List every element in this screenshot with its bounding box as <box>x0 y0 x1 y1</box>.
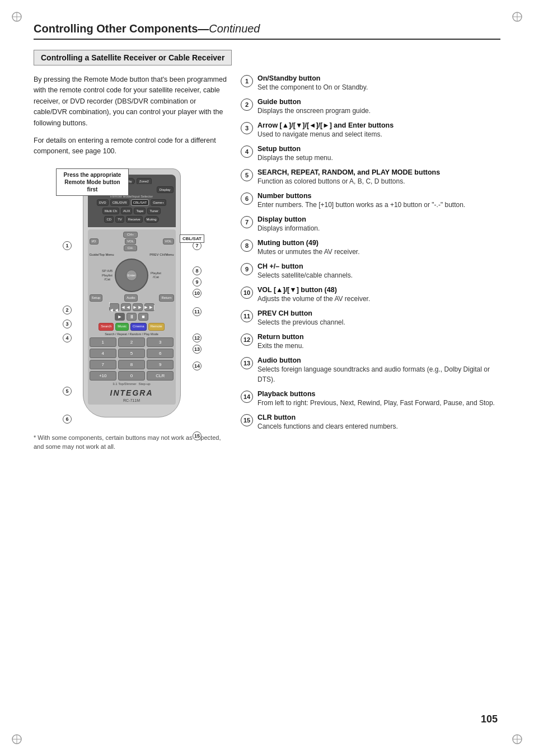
callout-num-11: 11 <box>193 307 202 316</box>
btn-display: Display <box>157 186 174 193</box>
btn-8: 8 <box>118 360 145 369</box>
item-num-10: 10 <box>241 287 253 299</box>
item-row-6: 6 Number buttons Enter numbers. The [+10… <box>241 192 500 210</box>
callout-num-15: 15 <box>193 431 202 440</box>
label-search-row: Search / Repeat / Random / Play Mode <box>90 332 174 336</box>
callout-num-13: 13 <box>193 345 202 354</box>
item-row-5: 5 SEARCH, REPEAT, RANDOM, and PLAY MODE … <box>241 168 500 186</box>
callout-num-5: 5 <box>63 387 72 396</box>
item-row-7: 7 Display button Displays information. <box>241 215 500 233</box>
btn-7: 7 <box>90 360 116 369</box>
remote-row-modes: Search Music Cinema Remote <box>90 323 174 330</box>
btn-dvd: DVD <box>97 199 109 206</box>
item-row-8: 8 Muting button (49) Mutes or unmutes th… <box>241 239 500 257</box>
item-desc-14: From left to right: Previous, Next, Rewi… <box>257 398 500 408</box>
cbl-sat-label: CBL/SAT <box>180 234 204 243</box>
remote-body: On/Standby Zone2 Display Remote Mode/Inp… <box>83 168 181 417</box>
bottom-row: 3.1 Top/Dimmer Step-up <box>90 382 174 386</box>
remote-row-mode3: CD TV Receive Muting <box>90 216 174 223</box>
item-title-1: On/Standby button <box>257 74 500 82</box>
btn-clr: CLR <box>147 371 174 381</box>
callout-num-8: 8 <box>193 266 202 275</box>
item-desc-1: Set the component to On or Standby. <box>257 82 500 92</box>
intro-paragraph-1: By pressing the Remote Mode button that'… <box>34 74 229 129</box>
btn-audio: Audio <box>124 294 137 302</box>
item-num-5: 5 <box>241 169 253 181</box>
item-content-1: On/Standby button Set the component to O… <box>257 74 500 92</box>
btn-game-plus: Game+ <box>151 199 166 206</box>
callout-num-4: 4 <box>63 334 72 342</box>
item-row-11: 11 PREV CH button Selects the previous c… <box>241 309 500 327</box>
item-num-14: 14 <box>241 391 253 403</box>
remote-row-vol: I/O CH+ VOL CH- VOL <box>90 232 174 252</box>
item-content-2: Guide button Displays the onscreen progr… <box>257 98 500 116</box>
btn-0: 0 <box>118 371 145 381</box>
nav-circle-container: SP A/BPlaylist/Cat Enter Playlist/Cat <box>90 259 174 292</box>
btn-return: Return <box>159 294 174 302</box>
label-playlist-cat: Playlist/Cat <box>151 271 161 279</box>
btn-vol-right: VOL <box>163 238 174 245</box>
intro-paragraph-2: For details on entering a remote control… <box>34 135 229 157</box>
footnote-text: * With some components, certain buttons … <box>34 429 229 452</box>
title-text: Controlling Other Components <box>34 22 198 35</box>
btn-1: 1 <box>90 337 116 347</box>
item-desc-4: Displays the setup menu. <box>257 153 500 163</box>
btn-prev-track: |◄◄ <box>109 303 119 311</box>
callout-num-12: 12 <box>193 334 202 342</box>
btn-cinema: Cinema <box>130 323 147 330</box>
btn-tape: Tape <box>134 208 146 214</box>
item-title-2: Guide button <box>257 98 500 106</box>
item-desc-13: Selects foreign language soundtracks and… <box>257 364 500 384</box>
item-row-13: 13 Audio button Selects foreign language… <box>241 356 500 384</box>
item-desc-11: Selects the previous channel. <box>257 317 500 327</box>
btn-next-track: ►►| <box>144 303 154 311</box>
item-row-12: 12 Return button Exits the menu. <box>241 333 500 351</box>
item-desc-7: Displays information. <box>257 223 500 233</box>
item-title-3: Arrow [▲]/[▼]/[◄]/[►] and Enter buttons <box>257 121 500 129</box>
callout-num-9: 9 <box>193 278 202 287</box>
right-column: 1 On/Standby button Set the component to… <box>241 74 500 437</box>
btn-5: 5 <box>118 349 145 358</box>
item-content-3: Arrow [▲]/[▼]/[◄]/[►] and Enter buttons … <box>257 121 500 139</box>
item-num-4: 4 <box>241 145 253 158</box>
numpad: 1 2 3 4 5 6 7 8 9 +10 0 CLR <box>90 337 174 381</box>
btn-fwd: ►► <box>133 303 143 311</box>
btn-ch-plus: CH+ <box>123 232 138 238</box>
section-title: Controlling a Satellite Receiver or Cabl… <box>41 53 224 62</box>
remote-row-guide: Guide/Top Menu PREV CH/Menu <box>90 253 174 256</box>
item-desc-8: Mutes or unmutes the AV receiver. <box>257 247 500 257</box>
btn-3: 3 <box>147 337 174 347</box>
remote-row-mode2: Multi Ch AUX Tape Tuner <box>90 208 174 214</box>
main-title: Controlling Other Components—Continued <box>34 22 500 40</box>
item-row-10: 10 VOL [▲]/[▼] button (48) Adjusts the v… <box>241 286 500 304</box>
item-title-9: CH +/– button <box>257 262 500 270</box>
nav-center-enter: Enter <box>126 270 137 281</box>
callout-num-1: 1 <box>63 241 72 250</box>
callout-text: Press the appropriate Remote Mode button… <box>64 172 121 192</box>
item-num-13: 13 <box>241 357 253 369</box>
playback-row-2: ► ⏸ ■ <box>90 313 174 321</box>
item-content-7: Display button Displays information. <box>257 215 500 233</box>
btn-tuner: Tuner <box>147 208 160 214</box>
btn-pause: ⏸ <box>127 313 137 321</box>
remote-main-section: I/O CH+ VOL CH- VOL <box>88 229 176 405</box>
btn-aux: AUX <box>121 208 132 214</box>
item-desc-5: Function as colored buttons or A, B, C, … <box>257 176 500 186</box>
item-title-7: Display button <box>257 215 500 223</box>
btn-9: 9 <box>147 360 174 369</box>
item-content-11: PREV CH button Selects the previous chan… <box>257 309 500 327</box>
item-content-5: SEARCH, REPEAT, RANDOM, and PLAY MODE bu… <box>257 168 500 186</box>
item-content-8: Muting button (49) Mutes or unmutes the … <box>257 239 500 257</box>
btn-remote: Remote <box>148 323 165 330</box>
playback-row-1: |◄◄ ◄◄ ►► ►►| <box>90 303 174 311</box>
page-container: Controlling Other Components—Continued C… <box>0 0 534 756</box>
item-desc-12: Exits the menu. <box>257 341 500 351</box>
btn-music: Music <box>115 323 129 330</box>
callout-box: Press the appropriate Remote Mode button… <box>56 168 129 196</box>
corner-mark-tl <box>10 10 24 24</box>
section-box: Controlling a Satellite Receiver or Cabl… <box>34 50 232 65</box>
btn-ch-minus: CH- <box>124 245 138 251</box>
item-title-10: VOL [▲]/[▼] button (48) <box>257 286 500 294</box>
item-num-8: 8 <box>241 240 253 252</box>
item-num-2: 2 <box>241 98 253 111</box>
